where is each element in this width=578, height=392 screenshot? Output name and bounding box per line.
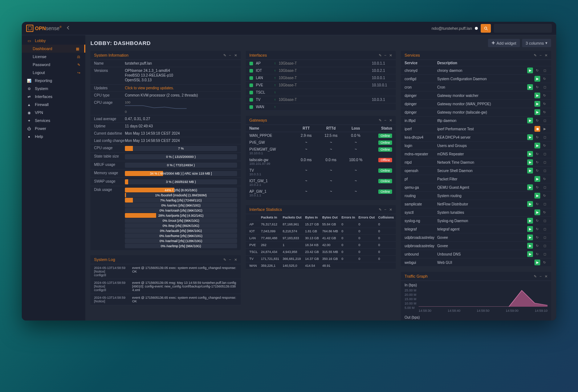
columns-select[interactable]: 3 columns ▾ — [522, 39, 551, 47]
service-stop-button[interactable]: ◻ — [542, 184, 548, 190]
widget-minimize-icon[interactable]: − — [540, 53, 542, 57]
service-status-button[interactable]: ▶ — [534, 101, 540, 107]
sidebar-item-lobby[interactable]: ▭Lobby — [22, 37, 85, 45]
service-restart-button[interactable]: ↻ — [534, 226, 540, 232]
widget-close-icon[interactable]: ✕ — [389, 53, 392, 57]
widget-edit-icon[interactable]: ✎ — [223, 53, 226, 57]
interface-row[interactable]: TV↑10Gbase-T 10.0.3.1 — [246, 96, 396, 103]
sidebar-item-vpn[interactable]: ◉VPN — [22, 109, 85, 117]
service-status-button[interactable]: ▶ — [527, 251, 533, 257]
widget-close-icon[interactable]: ✕ — [389, 118, 392, 122]
sidebar-item-logout[interactable]: Logout↪ — [22, 69, 85, 77]
service-status-button[interactable]: ▶ — [534, 76, 540, 82]
service-start-button[interactable]: ▶ — [542, 126, 548, 132]
sidebar-item-firewall[interactable]: ▲Firewall — [22, 101, 85, 109]
service-restart-button[interactable]: ↻ — [542, 209, 548, 215]
service-restart-button[interactable]: ↻ — [534, 134, 540, 140]
service-stop-button[interactable]: ◻ — [542, 243, 548, 249]
service-status-button[interactable]: ◼ — [534, 126, 540, 132]
service-status-button[interactable]: ▶ — [534, 193, 540, 199]
service-status-button[interactable]: ▶ — [527, 68, 533, 73]
sidebar-item-password[interactable]: Password✎ — [22, 61, 85, 69]
service-status-button[interactable]: ▶ — [527, 184, 533, 190]
search-input[interactable] — [494, 24, 552, 33]
service-status-button[interactable]: ▶ — [527, 159, 533, 165]
service-restart-button[interactable]: ↻ — [534, 251, 540, 257]
widget-close-icon[interactable]: ✕ — [389, 208, 392, 212]
service-stop-button[interactable]: ◻ — [542, 68, 548, 73]
service-stop-button[interactable]: ◻ — [542, 234, 548, 240]
widget-minimize-icon[interactable]: − — [384, 208, 387, 212]
interface-row[interactable]: PVE↑10Gbase-T 10.10.0.1 — [246, 82, 396, 89]
widget-edit-icon[interactable]: ✎ — [379, 118, 382, 122]
service-stop-button[interactable]: ◻ — [542, 218, 548, 224]
service-stop-button[interactable]: ◻ — [542, 159, 548, 165]
service-restart-button[interactable]: ↻ — [534, 118, 540, 123]
widget-close-icon[interactable]: ✕ — [545, 274, 548, 278]
widget-minimize-icon[interactable]: − — [384, 118, 387, 122]
search-button[interactable] — [481, 24, 491, 33]
service-restart-button[interactable]: ↻ — [534, 201, 540, 207]
service-restart-button[interactable]: ↻ — [534, 218, 540, 224]
service-restart-button[interactable]: ↻ — [534, 84, 540, 90]
widget-edit-icon[interactable]: ✎ — [534, 53, 537, 57]
service-status-button[interactable]: ▶ — [527, 234, 533, 240]
service-status-button[interactable]: ▶ — [534, 176, 540, 182]
widget-minimize-icon[interactable]: − — [229, 53, 231, 57]
service-status-button[interactable]: ▶ — [527, 218, 533, 224]
service-restart-button[interactable]: ↻ — [534, 234, 540, 240]
service-restart-button[interactable]: ↻ — [542, 101, 548, 107]
service-stop-button[interactable]: ◻ — [542, 151, 548, 157]
sidebar-toggle[interactable] — [62, 24, 74, 32]
interface-row[interactable]: TSCL↑ — [246, 89, 396, 96]
service-stop-button[interactable]: ◻ — [542, 226, 548, 232]
service-status-button[interactable]: ▶ — [527, 134, 533, 140]
interface-row[interactable]: WAN↑ — [246, 103, 396, 111]
sidebar-item-interfaces[interactable]: ⇄Interfaces — [22, 93, 85, 101]
service-stop-button[interactable]: ◻ — [542, 118, 548, 123]
widget-minimize-icon[interactable]: − — [384, 53, 387, 57]
service-restart-button[interactable]: ↻ — [542, 176, 548, 182]
sidebar-item-services[interactable]: ✦Services — [22, 117, 85, 124]
sidebar-item-power[interactable]: ⏻Power — [22, 124, 85, 132]
service-restart-button[interactable]: ↻ — [542, 76, 548, 82]
widget-edit-icon[interactable]: ✎ — [223, 258, 226, 262]
service-status-button[interactable]: ▶ — [527, 201, 533, 207]
service-restart-button[interactable]: ↻ — [542, 260, 548, 265]
service-restart-button[interactable]: ↻ — [534, 151, 540, 157]
sidebar-item-dashboard[interactable]: Dashboard▦ — [22, 45, 85, 53]
service-restart-button[interactable]: ↻ — [534, 243, 540, 249]
service-status-button[interactable]: ▶ — [534, 209, 540, 215]
service-status-button[interactable]: ▶ — [527, 168, 533, 173]
widget-edit-icon[interactable]: ✎ — [534, 274, 537, 278]
add-widget-button[interactable]: ✚Add widget — [488, 39, 520, 47]
updates-link[interactable]: Click to view pending updates. — [125, 86, 237, 90]
service-status-button[interactable]: ▶ — [527, 151, 533, 157]
brand-logo[interactable]: OPNsense® — [26, 25, 62, 32]
service-restart-button[interactable]: ↻ — [534, 68, 540, 73]
widget-minimize-icon[interactable]: − — [229, 258, 231, 262]
service-restart-button[interactable]: ↻ — [534, 168, 540, 173]
sidebar-item-reporting[interactable]: 📊Reporting — [22, 77, 85, 85]
widget-minimize-icon[interactable]: − — [540, 274, 542, 278]
widget-close-icon[interactable]: ✕ — [545, 53, 548, 57]
service-status-button[interactable]: ▶ — [527, 226, 533, 232]
service-stop-button[interactable]: ◻ — [542, 84, 548, 90]
service-restart-button[interactable]: ↻ — [534, 159, 540, 165]
service-stop-button[interactable]: ◻ — [542, 251, 548, 257]
service-status-button[interactable]: ▶ — [534, 260, 540, 265]
service-stop-button[interactable]: ◻ — [542, 134, 548, 140]
interface-row[interactable]: LAN↑10Gbase-T 10.0.0.1 — [246, 74, 396, 82]
sidebar-item-system[interactable]: ⚙System — [22, 85, 85, 93]
interface-row[interactable]: AP↑10Gbase-T 10.0.1.1 — [246, 60, 396, 67]
widget-edit-icon[interactable]: ✎ — [379, 53, 382, 57]
service-status-button[interactable]: ▶ — [527, 84, 533, 90]
service-restart-button[interactable]: ↻ — [542, 109, 548, 115]
service-status-button[interactable]: ▶ — [534, 109, 540, 115]
service-status-button[interactable]: ▶ — [527, 118, 533, 123]
service-stop-button[interactable]: ◻ — [542, 201, 548, 207]
service-status-button[interactable]: ▶ — [534, 93, 540, 98]
service-restart-button[interactable]: ↻ — [542, 93, 548, 98]
sidebar-item-help[interactable]: ●Help — [22, 132, 85, 140]
widget-close-icon[interactable]: ✕ — [234, 258, 237, 262]
